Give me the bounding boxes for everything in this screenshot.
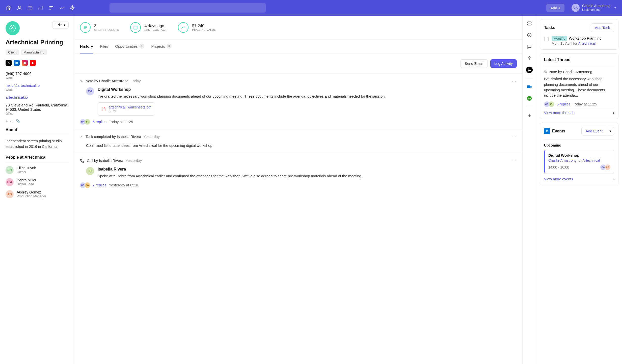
mini-avatar: AW	[85, 182, 90, 188]
edit-label: Edit	[56, 23, 62, 27]
person-row[interactable]: AG Audrey GomezProduction Manager	[6, 190, 69, 198]
tab-files[interactable]: Files	[100, 40, 108, 53]
replies-link[interactable]: 5 replies	[93, 120, 106, 124]
list-icon[interactable]	[48, 5, 54, 11]
file-attachment[interactable]: artechnical_worksheets.pdf 2.1MB	[98, 102, 155, 116]
thread-title: Latest Thread	[544, 58, 571, 62]
thread-replies-time: Today at 11:25	[573, 102, 597, 106]
calendar-icon[interactable]	[27, 5, 33, 11]
linkedin-icon[interactable]: in	[14, 60, 20, 66]
stat-icon	[130, 22, 141, 33]
stat-value: 4 days ago	[144, 24, 167, 28]
activity-text: I've drafted the necessary workshop plan…	[98, 94, 517, 99]
svg-rect-3	[134, 26, 138, 29]
thread-header-text: Note by Charlie Armstrong	[549, 70, 592, 74]
book-icon[interactable]: ▭	[10, 119, 13, 123]
divider	[544, 139, 614, 140]
avatar: DM	[6, 178, 14, 186]
add-button[interactable]: Add +	[546, 4, 564, 12]
avatar: CA	[86, 87, 94, 95]
email-link[interactable]: hello@artechnical.io	[6, 83, 69, 88]
add-task-button[interactable]: Add Task	[591, 23, 614, 32]
zap-icon[interactable]	[70, 5, 75, 11]
tab-history[interactable]: History	[80, 40, 93, 53]
more-icon[interactable]: ⋯	[512, 134, 517, 139]
about-title: About	[6, 128, 69, 132]
person-icon[interactable]	[17, 5, 22, 11]
events-panel: O Events Add Event ▾ Upcoming Digital Wo…	[540, 123, 618, 185]
edit-icon: ✎	[80, 79, 83, 83]
thread-replies-link[interactable]: 5 replies	[557, 102, 571, 106]
view-more-threads[interactable]: View more threads ›	[544, 107, 614, 115]
activity-title: Digital Workshop	[98, 87, 517, 92]
add-event-dropdown[interactable]: ▾	[607, 127, 614, 135]
youtube-icon[interactable]: ▶	[30, 60, 36, 66]
thread-body: I've drafted the necessary workshop plan…	[544, 76, 614, 98]
replies-link[interactable]: 2 replies	[93, 183, 106, 187]
attachment-icon[interactable]: 📎	[16, 119, 20, 123]
layout-icon[interactable]	[526, 20, 533, 27]
edit-button[interactable]: Edit ▾	[52, 21, 69, 29]
event-avatars: CA AG	[600, 164, 610, 170]
more-icon[interactable]: ⋯	[512, 78, 517, 84]
about-text: Independent screen printing studio estab…	[6, 138, 69, 150]
reply-avatars: CA IR	[544, 101, 554, 107]
person-row[interactable]: EH Elliot HuynhOwner	[6, 166, 69, 174]
chevron-down-icon: ▾	[614, 6, 616, 10]
send-email-button[interactable]: Send Email	[461, 59, 488, 68]
rss-icon[interactable]	[526, 67, 533, 73]
person-role: Production Manager	[17, 194, 46, 198]
stat-last-contact: 4 days agoLAST CONTACT	[130, 22, 167, 33]
activity-title: Isabella Rivera	[98, 167, 517, 172]
pdf-icon	[101, 106, 106, 112]
sparkle-icon[interactable]	[526, 55, 533, 62]
x-icon[interactable]: 𝕏	[6, 60, 12, 66]
website-link[interactable]: artechnical.io	[6, 95, 69, 99]
check-circle-icon[interactable]	[526, 32, 533, 38]
mini-avatar: IR	[85, 119, 90, 125]
task-row[interactable]: MeetingWorkshop Planning Mon, 15 April f…	[544, 36, 614, 45]
svg-rect-8	[527, 86, 530, 88]
divider	[6, 135, 69, 135]
reply-avatars: CA AW	[80, 182, 90, 188]
tab-projects[interactable]: Projects3	[151, 40, 172, 53]
phone-value: (949) 707-4906	[6, 71, 69, 76]
task-company-link[interactable]: Artechnical	[578, 41, 596, 45]
log-activity-button[interactable]: Log Activity	[490, 59, 517, 68]
stat-icon	[80, 22, 91, 33]
people-title: People at Artechnical	[6, 155, 69, 160]
person-name: Debra Miller	[17, 178, 36, 182]
stat-label: PIPELINE VALUE	[192, 28, 216, 31]
divider	[544, 66, 614, 66]
address-value: 70 Cleveland Rd, Fairfield, California, …	[6, 103, 69, 111]
task-checkbox[interactable]	[544, 37, 549, 41]
trend-icon[interactable]	[59, 5, 65, 11]
plus-icon[interactable]	[526, 112, 533, 119]
tab-opportunities[interactable]: Opportunities1	[115, 40, 144, 53]
more-icon[interactable]: ⋯	[512, 158, 517, 163]
bar-chart-icon[interactable]	[38, 5, 43, 11]
map-pin-icon[interactable]: ⎈	[6, 119, 8, 123]
stat-value: 3	[94, 24, 119, 28]
person-row[interactable]: DM Debra MillerDigital Lead	[6, 178, 69, 186]
message-icon[interactable]	[526, 43, 533, 50]
instagram-icon[interactable]: ◉	[22, 60, 28, 66]
tasks-title: Tasks	[544, 25, 555, 30]
view-more-events[interactable]: View more events ›	[544, 173, 614, 181]
tasks-panel: Tasks Add Task MeetingWorkshop Planning …	[540, 19, 618, 50]
home-icon[interactable]	[6, 5, 12, 11]
activity-time: Today	[131, 79, 141, 83]
quickbooks-icon[interactable]: qb	[526, 95, 533, 102]
activity-time: Yesterday	[126, 159, 142, 163]
activity-header: Task completed by Isabella Rivera	[86, 135, 141, 139]
event-card[interactable]: Digital Workshop Charlie Armstrong for A…	[544, 150, 614, 173]
event-person: Charlie Armstrong	[548, 158, 577, 162]
rail-divider	[526, 78, 533, 78]
rail-divider	[526, 107, 533, 107]
outlook-icon[interactable]	[526, 83, 533, 90]
user-menu[interactable]: CA Charlie Armstrong Lookmark Inc ▾	[572, 4, 616, 12]
search-input[interactable]	[110, 3, 266, 13]
company-name: Artechnical Printing	[6, 39, 69, 46]
person-role: Digital Lead	[17, 182, 36, 186]
add-event-button[interactable]: Add Event	[581, 127, 607, 135]
